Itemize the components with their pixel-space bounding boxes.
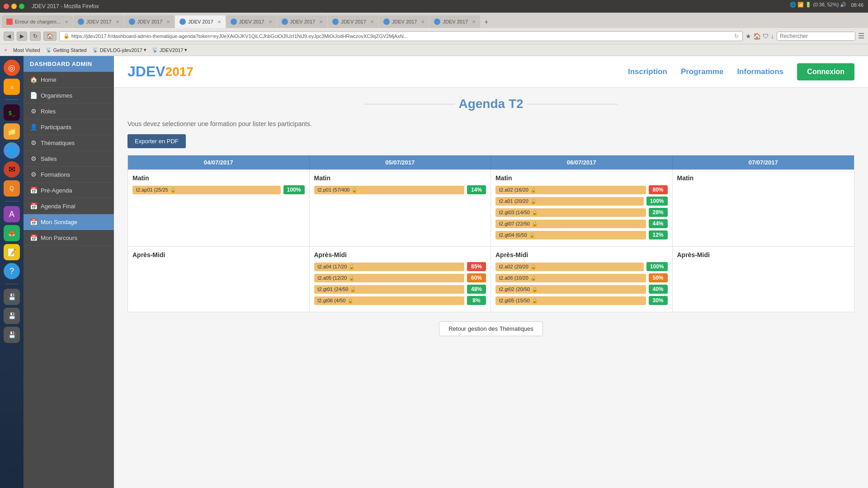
close-btn[interactable] [4,4,9,9]
sidebar-item-formations[interactable]: ⚙ Formations [24,167,114,183]
tab-close-icon[interactable]: ✕ [319,19,323,24]
url-bar[interactable]: 🔒 https://jdev2017.fr/dashboard-admin-th… [59,31,743,41]
session-badge[interactable]: t2.gt04 (6/50 🔒 [495,231,646,239]
chevron-down-icon[interactable]: ▾ [144,47,146,53]
tab-8[interactable]: JDEV 2017 ✕ [429,15,480,28]
informations-link[interactable]: Informations [737,67,783,76]
dock-hdd3[interactable]: 💾 [4,327,20,343]
sidebar-item-agenda-final[interactable]: 📅 Agenda Final [24,198,114,214]
dock-ubuntu[interactable]: ◎ [4,60,20,76]
dock-hdd1[interactable]: 💾 [4,289,20,305]
inscription-link[interactable]: Inscription [628,67,667,76]
dock-email[interactable]: ✉ [4,161,20,178]
session-badge[interactable]: t2.p01 (57/400 🔒 [314,186,465,194]
pct-badge: 30% [649,296,668,305]
session-badge[interactable]: t2.gt01 (24/50 🔒 [314,285,465,294]
dock-help[interactable]: ? [4,263,20,279]
sidebar-item-mon-sondage[interactable]: 📅 Mon Sondage [24,214,114,230]
home-icon[interactable]: 🏠 [753,33,761,40]
maximize-btn[interactable] [19,4,24,9]
dock-app1[interactable]: Q [4,180,20,197]
back-button[interactable]: ◀ [4,32,14,41]
dock-app3[interactable]: 🦊 [4,225,20,241]
tab-7[interactable]: JDEV 2017 ✕ [379,15,429,28]
dock-terminal[interactable]: $_ [4,104,20,121]
search-input[interactable] [780,33,852,39]
session-badge[interactable]: t2.gt02 (20/50 🔒 [495,285,646,294]
lock-icon: 🔒 [350,286,356,292]
session-badge[interactable]: t2.gt06 (4/50 🔒 [314,296,465,305]
rss-icon: 📡 [46,47,52,53]
session-badge[interactable]: t2.a06 (10/20 🔒 [495,274,646,282]
chevron-down-icon2[interactable]: ▾ [184,47,187,53]
dock-amazon[interactable]: a [4,79,20,95]
sidebar-item-mon-parcours[interactable]: 📅 Mon Parcours [24,230,114,246]
tab-error[interactable]: Erreur de chargem... ✕ [2,15,73,28]
tab-close-icon[interactable]: ✕ [269,19,272,24]
sidebar-item-salles[interactable]: ⚙ Salles [24,151,114,167]
agenda-grid: 04/07/2017 05/07/2017 06/07/2017 07/07/2… [127,155,854,312]
tab-close-icon[interactable]: ✕ [472,19,476,24]
bookmark-star-icon: ★ [4,47,8,52]
tab-close-icon[interactable]: ✕ [217,19,221,24]
pct-badge: 100% [283,185,305,194]
bookmark-getting-started[interactable]: 📡 Getting Started [46,47,87,53]
dock-app2[interactable]: A [4,206,20,222]
session-badge[interactable]: t2.a04 (17/20 🔒 [314,263,465,271]
connexion-button[interactable]: Connexion [797,63,854,80]
dock-browser[interactable]: 🌐 [4,142,20,159]
tab-4[interactable]: JDEV 2017 ✕ [226,15,277,28]
session-badge[interactable]: t2.a01 (20/20 🔒 [495,197,644,206]
tab-2[interactable]: JDEV 2017 ✕ [124,15,175,28]
new-tab-button[interactable]: + [481,16,492,28]
tab-close-icon[interactable]: ✕ [370,19,374,24]
sidebar-item-home[interactable]: 🏠 Home [24,72,114,88]
tab-close-icon[interactable]: ✕ [421,19,425,24]
bookmark-devlog[interactable]: 📡 DEVLOG-jdev2017 ▾ [92,47,146,53]
sidebar-item-organismes[interactable]: 📄 Organismes [24,88,114,103]
agenda-header: 04/07/2017 05/07/2017 06/07/2017 07/07/2… [128,155,854,169]
bookmark-most-visited[interactable]: Most Visited [13,47,40,53]
tab-6[interactable]: JDEV 2017 ✕ [328,15,378,28]
tab-close-icon[interactable]: ✕ [166,19,170,24]
session-code: t2.gt03 (14/50 [499,210,530,215]
sidebar-item-participants[interactable]: 👤 Participants [24,119,114,135]
tab-1[interactable]: JDEV 2017 ✕ [73,15,124,28]
dock-notes[interactable]: 📝 [4,244,20,260]
download-icon[interactable]: ↓ [771,33,774,40]
session-code: t2.gt05 (15/50 [499,298,530,303]
title-bar: JDEV 2017 - Mozilla Firefox 🌐 📶 🔋 (0:38,… [0,0,868,13]
session-badge[interactable]: t2.a05 (12/20 🔒 [314,274,465,282]
session-badge[interactable]: t2.gt05 (15/50 🔒 [495,296,646,305]
morning-row: Matin t2.ap01 (25/25 🔒 100% Matin [128,169,854,246]
session-badge[interactable]: t2.gt07 (22/50 🔒 [495,220,646,228]
session-badge[interactable]: t2.ap01 (25/25 🔒 [132,186,281,194]
afternoon-cell-3: Après-Midi [673,247,854,312]
sidebar-item-thematiques[interactable]: ⚙ Thématiques [24,135,114,151]
session-code: t2.a06 (10/20 [499,275,528,281]
bookmark-jdev2017[interactable]: 📡 JDEV2017 ▾ [152,47,188,53]
session-badge[interactable]: t2.a02 (20/20 🔒 [495,263,644,271]
dock-hdd2[interactable]: 💾 [4,308,20,324]
refresh-icon[interactable]: ↻ [734,33,739,39]
programme-link[interactable]: Programme [681,67,723,76]
session-badge[interactable]: t2.gt03 (14/50 🔒 [495,208,646,217]
menu-icon[interactable]: ☰ [858,32,864,40]
tab-close-icon[interactable]: ✕ [116,19,119,24]
tab-5[interactable]: JDEV 2017 ✕ [277,15,328,28]
back-button[interactable]: Retour gestion des Thématiques [439,321,543,336]
bookmark-icon[interactable]: ★ [745,33,751,40]
home-button[interactable]: 🏠 [43,32,57,41]
tab-3-active[interactable]: JDEV 2017 ✕ [175,15,226,28]
minimize-btn[interactable] [11,4,17,9]
forward-button[interactable]: ▶ [17,32,27,41]
tab-close-icon[interactable]: ✕ [65,19,68,24]
col-header-1: 05/07/2017 [310,155,491,169]
sidebar-item-roles[interactable]: ⚙ Roles [24,103,114,119]
sidebar-item-pre-agenda[interactable]: 📅 Pré-Agenda [24,183,114,198]
shield-icon[interactable]: 🛡 [763,33,769,40]
dock-files[interactable]: 📁 [4,123,20,140]
session-badge[interactable]: t2.a02 (16/20 🔒 [495,186,646,194]
reload-button[interactable]: ↻ [30,32,41,41]
export-pdf-button[interactable]: Exporter en PDF [127,134,186,148]
